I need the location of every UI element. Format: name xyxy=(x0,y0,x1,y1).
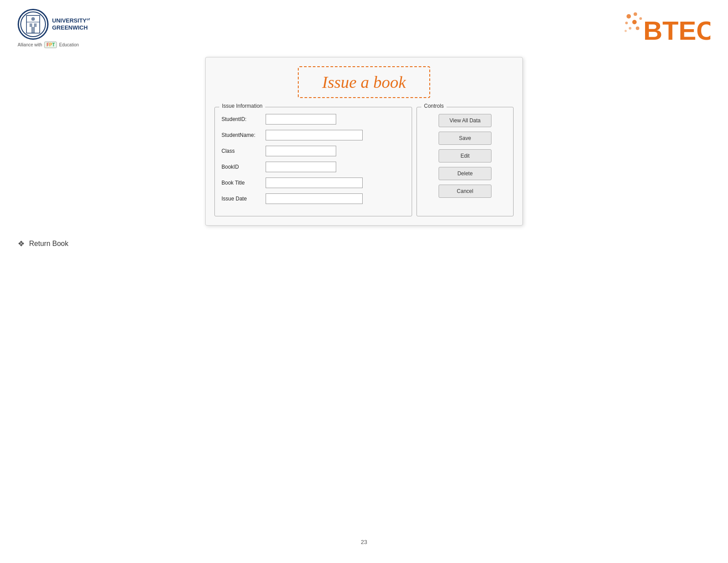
fpt-badge: FPT xyxy=(44,42,57,48)
controls-panel-legend: Controls xyxy=(421,103,447,109)
svg-point-10 xyxy=(632,20,637,24)
book-title-row: Book Title xyxy=(221,178,405,188)
diamond-bullet-icon: ❖ xyxy=(18,239,25,249)
issue-date-row: Issue Date xyxy=(221,193,405,204)
svg-point-7 xyxy=(627,14,631,19)
bottom-link-area: ❖ Return Book xyxy=(0,239,728,249)
student-name-input[interactable] xyxy=(266,130,363,140)
main-content: Issue a book Issue Information StudentID… xyxy=(0,57,728,226)
delete-button[interactable]: Delete xyxy=(439,167,492,180)
issue-title-box: Issue a book xyxy=(298,66,430,98)
cancel-button[interactable]: Cancel xyxy=(439,185,492,198)
controls-panel: Controls View All Data Save Edit Delete … xyxy=(417,107,514,216)
issue-title: Issue a book xyxy=(322,73,406,91)
info-panel: Issue Information StudentID: StudentName… xyxy=(214,107,412,216)
greenwich-circle-logo xyxy=(18,9,49,40)
student-id-label: StudentID: xyxy=(221,116,266,122)
issue-date-label: Issue Date xyxy=(221,196,266,202)
svg-rect-5 xyxy=(34,23,37,27)
svg-point-11 xyxy=(629,27,631,30)
book-title-label: Book Title xyxy=(221,180,266,186)
svg-point-8 xyxy=(634,12,637,16)
student-id-input[interactable] xyxy=(266,114,336,125)
svg-rect-4 xyxy=(30,23,32,27)
alliance-text: Alliance with FPT Education xyxy=(18,42,79,48)
svg-point-9 xyxy=(625,22,628,24)
return-book-link[interactable]: Return Book xyxy=(29,240,68,248)
student-id-row: StudentID: xyxy=(221,114,405,125)
issue-date-input[interactable] xyxy=(266,193,363,204)
book-id-label: BookID xyxy=(221,164,266,170)
svg-point-13 xyxy=(625,30,627,32)
class-label: Class xyxy=(221,148,266,154)
greenwich-logo: UNIVERSITYof GREENWICH Alliance with FPT… xyxy=(18,9,90,48)
greenwich-name: UNIVERSITYof GREENWICH xyxy=(52,17,90,31)
panels-row: Issue Information StudentID: StudentName… xyxy=(214,107,514,216)
class-row: Class xyxy=(221,146,405,156)
book-title-input[interactable] xyxy=(266,178,363,188)
save-button[interactable]: Save xyxy=(439,132,492,145)
book-id-input[interactable] xyxy=(266,162,336,172)
dialog-card: Issue a book Issue Information StudentID… xyxy=(205,57,523,226)
student-name-row: StudentName: xyxy=(221,130,405,140)
svg-point-12 xyxy=(636,26,639,30)
svg-point-3 xyxy=(31,17,35,21)
btec-logo: BTEC xyxy=(622,10,710,47)
class-input[interactable] xyxy=(266,146,336,156)
page-header: UNIVERSITYof GREENWICH Alliance with FPT… xyxy=(0,0,728,53)
student-name-label: StudentName: xyxy=(221,132,266,138)
svg-point-14 xyxy=(639,17,642,20)
svg-rect-6 xyxy=(31,27,35,33)
page-number: 23 xyxy=(361,539,367,545)
info-panel-legend: Issue Information xyxy=(219,103,265,109)
svg-text:BTEC: BTEC xyxy=(643,16,710,45)
view-all-data-button[interactable]: View All Data xyxy=(439,114,492,127)
book-id-row: BookID xyxy=(221,162,405,172)
edit-button[interactable]: Edit xyxy=(439,149,492,162)
